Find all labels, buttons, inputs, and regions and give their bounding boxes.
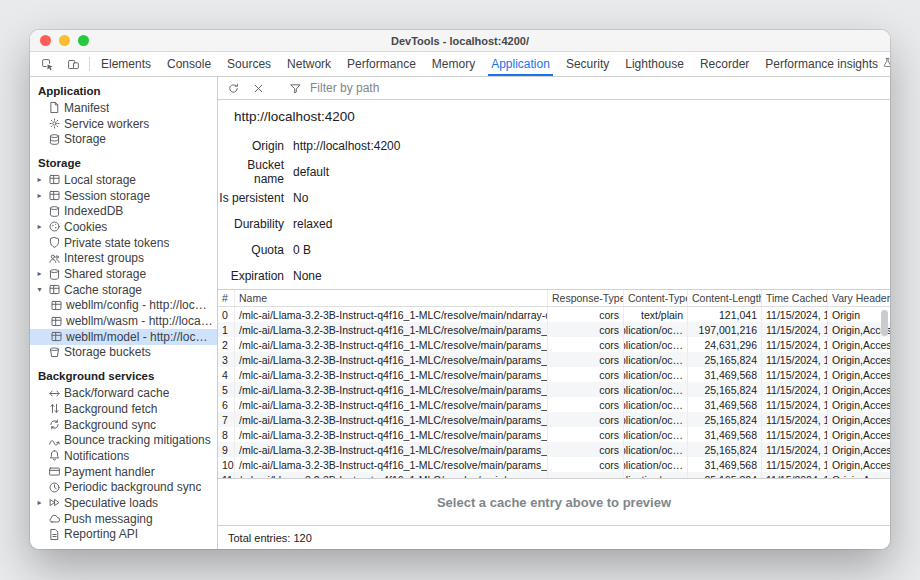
chevron-right-icon[interactable] [35, 223, 44, 231]
sidebar-item-push-messaging[interactable]: Push messaging [30, 511, 217, 527]
section-title-application: Application [30, 80, 217, 100]
column-header-time-cached[interactable]: Time Cached [762, 290, 828, 306]
cache-entry-row[interactable]: 6 /mlc-ai/Llama-3.2-3B-Instruct-q4f16_1-… [218, 397, 890, 412]
minimize-window-button[interactable] [59, 35, 70, 46]
cache-content: http://localhost:4200 Origin http://loca… [218, 100, 890, 549]
cookie-icon [47, 220, 61, 234]
sidebar-item-bounce-tracking-mitigations[interactable]: Bounce tracking mitigations [30, 432, 217, 448]
sidebar-item-session-storage[interactable]: Session storage [30, 188, 217, 204]
sidebar-item-cache-webllm-config[interactable]: webllm/config - http://loc… [30, 298, 217, 314]
chevron-right-icon[interactable] [35, 176, 44, 184]
sidebar-item-storage-buckets[interactable]: Storage buckets [30, 345, 217, 361]
tab-elements[interactable]: Elements [93, 52, 159, 76]
refresh-icon[interactable] [223, 82, 243, 95]
device-toolbar-icon[interactable] [60, 52, 86, 76]
sidebar-item-manifest[interactable]: Manifest [30, 100, 217, 116]
sidebar-item-storage[interactable]: Storage [30, 131, 217, 147]
tab-performance[interactable]: Performance [339, 52, 424, 76]
cell-content-length: 31,469,568 [688, 367, 762, 382]
vertical-scrollbar[interactable] [880, 308, 889, 477]
cache-entry-row[interactable]: 5 /mlc-ai/Llama-3.2-3B-Instruct-q4f16_1-… [218, 382, 890, 397]
database-icon [47, 267, 61, 281]
sidebar-item-cache-webllm-model[interactable]: webllm/model - http://loc… [30, 329, 217, 345]
cell-response-type: cors [548, 352, 624, 367]
chevron-right-icon[interactable] [35, 270, 44, 278]
chevron-right-icon[interactable] [35, 499, 44, 507]
sidebar-item-payment-handler[interactable]: Payment handler [30, 464, 217, 480]
filter-by-path-input[interactable] [310, 81, 530, 95]
bell-icon [47, 449, 61, 463]
column-header-response-type[interactable]: Response-Type [548, 290, 624, 306]
sidebar-item-cache-storage[interactable]: Cache storage [30, 282, 217, 298]
cache-entry-row[interactable]: 1 /mlc-ai/Llama-3.2-3B-Instruct-q4f16_1-… [218, 322, 890, 337]
tab-lighthouse[interactable]: Lighthouse [617, 52, 692, 76]
column-header-content-length[interactable]: Content-Length [688, 290, 762, 306]
origin-title: http://localhost:4200 [218, 100, 890, 133]
table-icon [49, 298, 63, 312]
cell-response-type: cors [548, 412, 624, 427]
cell-time-cached: 11/15/2024, 10… [762, 397, 828, 412]
sidebar-item-background-fetch[interactable]: Background fetch [30, 401, 217, 417]
cache-entry-row[interactable]: 8 /mlc-ai/Llama-3.2-3B-Instruct-q4f16_1-… [218, 427, 890, 442]
sidebar-item-speculative-loads[interactable]: Speculative loads [30, 495, 217, 511]
cache-entry-row[interactable]: 11 /mlc-ai/Llama-3.2-3B-Instruct-q4f16_1… [218, 472, 890, 478]
cache-entry-row[interactable]: 7 /mlc-ai/Llama-3.2-3B-Instruct-q4f16_1-… [218, 412, 890, 427]
column-header-index[interactable]: # [218, 290, 235, 306]
chevron-right-icon[interactable] [35, 192, 44, 200]
cell-time-cached: 11/15/2024, 10… [762, 442, 828, 457]
cache-entry-row[interactable]: 4 /mlc-ai/Llama-3.2-3B-Instruct-q4f16_1-… [218, 367, 890, 382]
cell-name: /mlc-ai/Llama-3.2-3B-Instruct-q4f16_1-ML… [235, 427, 548, 442]
cache-storage-panel: http://localhost:4200 Origin http://loca… [218, 77, 890, 549]
cache-entry-row[interactable]: 0 /mlc-ai/Llama-3.2-3B-Instruct-q4f16_1-… [218, 307, 890, 322]
sidebar-item-back-forward-cache[interactable]: Back/forward cache [30, 385, 217, 401]
credit-card-icon [47, 465, 61, 479]
cell-content-length: 25,165,824 [688, 352, 762, 367]
inspect-element-icon[interactable] [34, 52, 60, 76]
cell-index: 0 [218, 307, 235, 322]
cell-content-type: application/oc… [624, 442, 688, 457]
sidebar-item-private-state-tokens[interactable]: Private state tokens [30, 235, 217, 251]
tab-sources[interactable]: Sources [219, 52, 279, 76]
cache-entry-row[interactable]: 9 /mlc-ai/Llama-3.2-3B-Instruct-q4f16_1-… [218, 442, 890, 457]
tab-application[interactable]: Application [483, 52, 558, 76]
sidebar-item-local-storage[interactable]: Local storage [30, 172, 217, 188]
sidebar-item-cache-webllm-wasm[interactable]: webllm/wasm - http://loca… [30, 313, 217, 329]
sidebar-item-indexeddb[interactable]: IndexedDB [30, 203, 217, 219]
cell-content-type: application/oc… [624, 322, 688, 337]
zoom-window-button[interactable] [78, 35, 89, 46]
tab-console[interactable]: Console [159, 52, 219, 76]
tab-security[interactable]: Security [558, 52, 617, 76]
sidebar-item-shared-storage[interactable]: Shared storage [30, 266, 217, 282]
sidebar-item-notifications[interactable]: Notifications [30, 448, 217, 464]
close-window-button[interactable] [40, 35, 51, 46]
clock-icon [47, 480, 61, 494]
clear-icon[interactable] [248, 82, 268, 95]
tab-performance-insights[interactable]: Performance insights [757, 52, 890, 76]
column-header-vary-header[interactable]: Vary Header [828, 290, 890, 306]
column-header-content-type[interactable]: Content-Type [624, 290, 688, 306]
cell-content-length: 31,469,568 [688, 397, 762, 412]
database-icon [47, 132, 61, 146]
sidebar-item-interest-groups[interactable]: Interest groups [30, 251, 217, 267]
cell-time-cached: 11/15/2024, 10… [762, 382, 828, 397]
sidebar-item-periodic-background-sync[interactable]: Periodic background sync [30, 479, 217, 495]
tab-network[interactable]: Network [279, 52, 339, 76]
scrollbar-thumb[interactable] [881, 310, 888, 336]
cache-entry-row[interactable]: 2 /mlc-ai/Llama-3.2-3B-Instruct-q4f16_1-… [218, 337, 890, 352]
chevron-down-icon[interactable] [35, 286, 44, 294]
sidebar-item-background-sync[interactable]: Background sync [30, 417, 217, 433]
sidebar-item-cookies[interactable]: Cookies [30, 219, 217, 235]
tab-memory[interactable]: Memory [424, 52, 483, 76]
cell-time-cached: 11/15/2024, 10… [762, 352, 828, 367]
detail-row-expiration: Expiration None [218, 263, 890, 289]
sidebar-item-service-workers[interactable]: Service workers [30, 116, 217, 132]
cache-entry-row[interactable]: 3 /mlc-ai/Llama-3.2-3B-Instruct-q4f16_1-… [218, 352, 890, 367]
cell-response-type: cors [548, 457, 624, 472]
sidebar-item-reporting-api[interactable]: Reporting API [30, 527, 217, 543]
devtools-tabbar: Elements Console Sources Network Perform… [30, 52, 890, 77]
column-header-name[interactable]: Name [235, 290, 548, 306]
detail-row-bucket-name: Bucket name default [218, 159, 890, 185]
cache-entry-row[interactable]: 10 /mlc-ai/Llama-3.2-3B-Instruct-q4f16_1… [218, 457, 890, 472]
tab-recorder[interactable]: Recorder [692, 52, 757, 76]
cell-content-length: 31,469,568 [688, 427, 762, 442]
